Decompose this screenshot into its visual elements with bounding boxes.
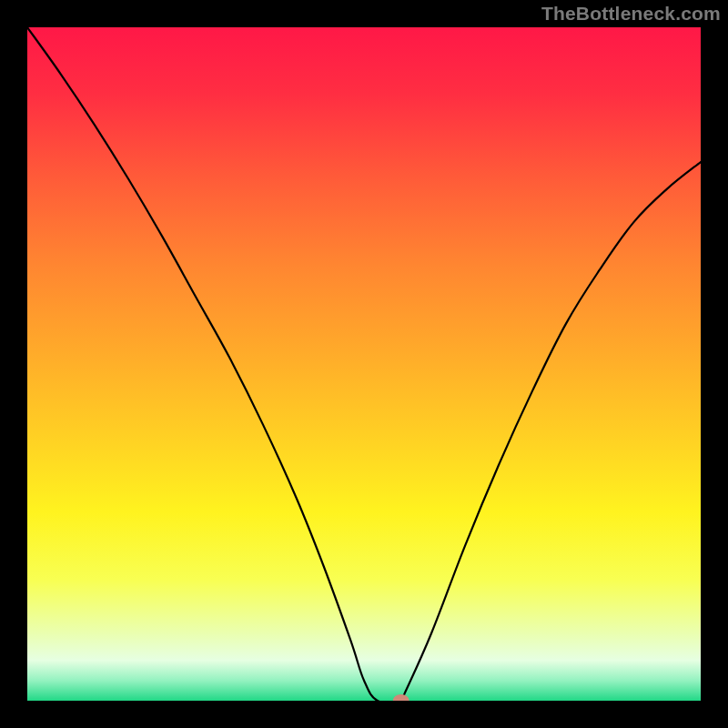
chart-background (27, 27, 701, 701)
chart-frame: TheBottleneck.com (0, 0, 728, 728)
watermark: TheBottleneck.com (541, 3, 721, 25)
bottleneck-chart (27, 27, 701, 701)
